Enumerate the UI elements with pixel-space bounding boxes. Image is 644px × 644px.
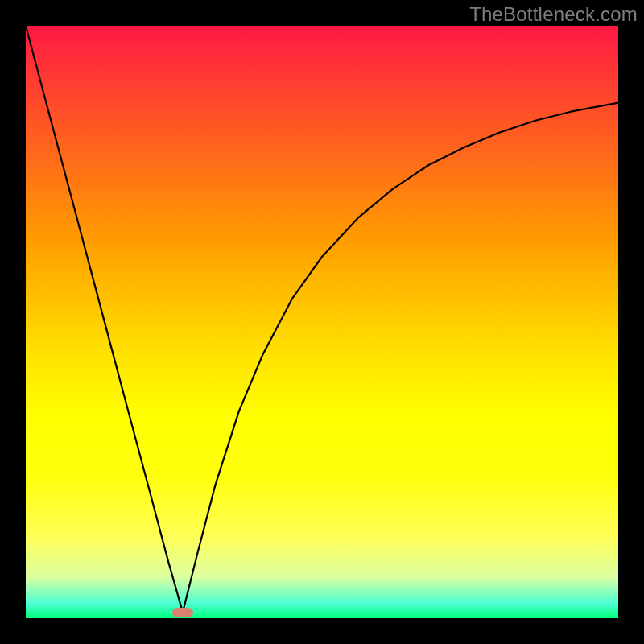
watermark-text: TheBottleneck.com [469, 3, 638, 26]
plot-area [26, 26, 618, 618]
curve-path [26, 26, 618, 613]
bottleneck-curve [26, 26, 618, 618]
cusp-marker [172, 608, 193, 617]
chart-frame: TheBottleneck.com [0, 0, 644, 644]
